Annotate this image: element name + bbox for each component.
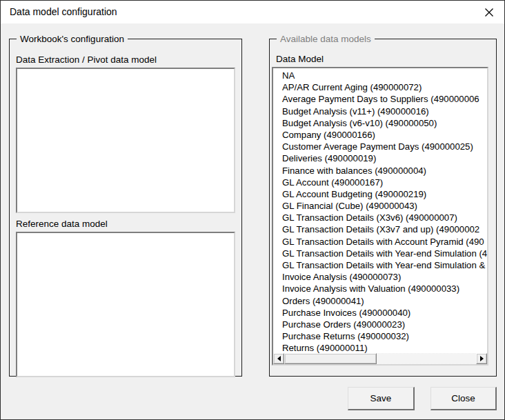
list-item[interactable]: GL Transaction Details (X3v7 and up) (49… [273,223,487,235]
scrollbar-thumb[interactable] [284,353,377,364]
list-item[interactable]: Budget Analysis (v11+) (490000016) [273,106,487,117]
list-item[interactable]: Finance with balances (490000004) [273,165,487,177]
scroll-left-button[interactable] [273,353,284,364]
list-item[interactable]: AP/AR Current Aging (490000072) [273,81,487,93]
list-item[interactable]: GL Transaction Details with Year-end Sim… [273,259,487,271]
data-model-list: NA AP/AR Current Aging (490000072) Avera… [273,68,487,353]
scroll-right-button[interactable] [476,353,487,364]
reference-data-model-label: Reference data model [16,219,108,230]
horizontal-scrollbar[interactable] [273,353,487,364]
list-item[interactable]: GL Account Budgeting (490000219) [273,188,487,200]
titlebar: Data model configuration [1,1,504,23]
available-data-models-group: Available data models Data Model NA AP/A… [269,39,497,377]
save-button[interactable]: Save [348,387,415,410]
list-item[interactable]: Invoice Analysis (490000073) [273,271,487,283]
arrow-right-icon [480,356,486,361]
workbook-configuration-legend: Workbook's configuration [17,33,128,45]
list-item[interactable]: Orders (490000041) [273,295,487,307]
window-title: Data model configuration [10,1,117,23]
list-item[interactable]: Purchase Returns (490000032) [273,330,487,342]
data-model-listbox[interactable]: NA AP/AR Current Aging (490000072) Avera… [272,67,488,366]
list-item[interactable]: GL Financial (Cube) (490000043) [273,200,487,212]
available-data-models-legend: Available data models [277,33,375,45]
list-item[interactable]: NA [273,70,487,81]
list-item[interactable]: Invoice Analysis with Valuation (4900000… [273,283,487,294]
arrow-left-icon [275,356,281,361]
data-model-configuration-dialog: Data model configuration Workbook's conf… [0,0,505,420]
data-model-label: Data Model [276,54,324,65]
list-item[interactable]: Deliveries (490000019) [273,152,487,164]
list-item[interactable]: GL Transaction Details (X3v6) (490000007… [273,212,487,223]
extraction-pivot-label: Data Extraction / Pivot data model [16,54,157,66]
list-item[interactable]: Average Payment Days to Suppliers (49000… [273,93,487,105]
list-item[interactable]: Returns (490000011) [273,342,487,353]
close-icon [484,8,494,17]
extraction-pivot-listbox[interactable] [16,68,235,213]
list-item[interactable]: GL Transaction Details with Account Pyra… [273,236,487,248]
reference-data-model-listbox[interactable] [16,232,235,377]
list-item[interactable]: Purchase Invoices (490000040) [273,307,487,319]
close-window-button[interactable] [478,3,500,21]
list-item[interactable]: Budget Analysis (v6-v10) (490000050) [273,117,487,129]
list-item[interactable]: Company (490000166) [273,129,487,141]
workbook-configuration-group: Workbook's configuration Data Extraction… [9,39,242,377]
list-item[interactable]: GL Account (490000167) [273,177,487,188]
list-item[interactable]: Customer Average Payment Days (490000025… [273,141,487,152]
close-button[interactable]: Close [430,387,497,410]
list-item[interactable]: Purchase Orders (490000023) [273,319,487,330]
list-item[interactable]: GL Transaction Details with Year-end Sim… [273,248,487,259]
